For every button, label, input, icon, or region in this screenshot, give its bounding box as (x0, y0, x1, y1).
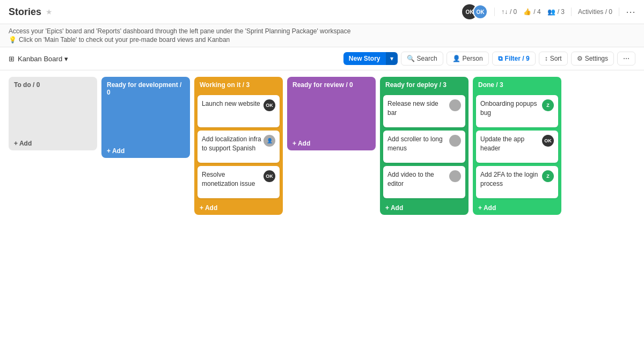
person-icon: 👤 (452, 55, 460, 62)
col-body-todo (9, 93, 97, 136)
col-header-ready: Ready for development / 0 (101, 77, 190, 100)
header-left: Stories ★ (9, 6, 53, 18)
col-header-working: Working on it / 3 (194, 77, 283, 93)
column-todo: To do / 0+ Add (9, 77, 97, 150)
table-row[interactable]: Add scroller to long menus (383, 131, 465, 163)
table-row[interactable]: Update the app headerOK (476, 131, 558, 163)
table-row[interactable]: Add video to the editor (383, 166, 465, 198)
card-title: Update the app header (480, 135, 540, 153)
star-icon[interactable]: ★ (46, 8, 53, 16)
col-header-review: Ready for review / 0 (287, 77, 376, 93)
avatar: OK (542, 135, 554, 147)
table-row[interactable]: Add localization infra to support Spanis… (197, 131, 280, 163)
sort-icon: ↕ (545, 55, 548, 62)
add-card-button-ready[interactable]: + Add (107, 147, 125, 155)
settings-button[interactable]: ⚙ Settings (571, 52, 614, 66)
col-footer-ready: + Add (101, 143, 190, 158)
sprint-stat[interactable]: ↑↓ / 0 (501, 8, 517, 16)
avatar-blue: OK (473, 4, 488, 19)
card-row: Resolve monetization issueOK (202, 170, 275, 189)
kanban-board-label[interactable]: Kanban Board ▾ (18, 55, 68, 63)
avatar: Z (542, 170, 554, 182)
toolbar-more-button[interactable]: ⋯ (617, 52, 635, 66)
table-row[interactable]: Resolve monetization issueOK (197, 166, 280, 198)
person-button[interactable]: 👤 Person (447, 52, 489, 66)
add-card-button-working[interactable]: + Add (200, 204, 217, 212)
table-row[interactable]: Release new side bar (383, 95, 465, 127)
card-row: Add video to the editor (387, 170, 461, 189)
add-card-button-deploy[interactable]: + Add (385, 204, 403, 212)
new-story-button[interactable]: New Story (343, 52, 386, 65)
new-story-group: New Story ▾ (343, 52, 398, 65)
avatar-group: OK OK (462, 4, 488, 19)
avatar (449, 99, 461, 111)
card-row: Release new side bar (387, 99, 461, 118)
page-title: Stories (9, 6, 41, 18)
likes-stat[interactable]: 👍 / 4 (523, 8, 540, 16)
more-icon: ⋯ (623, 55, 630, 62)
card-title: Add scroller to long menus (387, 135, 447, 153)
sprint-icon: ↑↓ (501, 8, 508, 16)
card-title: Launch new website (202, 99, 261, 109)
column-done: Done / 3Onboarding popups bugZUpdate the… (473, 77, 561, 215)
toolbar-left: ⊞ Kanban Board ▾ (9, 55, 68, 63)
col-header-deploy: Ready for deploy / 3 (380, 77, 469, 93)
avatar: OK (264, 170, 275, 182)
search-button[interactable]: 🔍 Search (401, 52, 443, 66)
divider-3 (619, 8, 619, 16)
add-card-button-todo[interactable]: + Add (14, 140, 32, 147)
card-row: Onboarding popups bugZ (480, 99, 554, 118)
info-bar: Access your 'Epics' board and 'Reports' … (0, 24, 644, 47)
add-card-button-review[interactable]: + Add (292, 140, 310, 147)
team-icon: 👥 (547, 8, 555, 16)
col-body-done: Onboarding popups bugZUpdate the app hea… (473, 93, 561, 200)
add-card-button-done[interactable]: + Add (478, 204, 496, 212)
info-hint: 💡 Click on 'Main Table' to check out you… (9, 36, 635, 44)
header: Stories ★ OK OK ↑↓ / 0 👍 / 4 👥 / 3 Activ… (0, 0, 644, 24)
divider-2 (571, 8, 572, 16)
header-more-button[interactable]: ⋯ (626, 6, 635, 18)
team-stat[interactable]: 👥 / 3 (547, 8, 565, 16)
table-row[interactable]: Launch new websiteOK (197, 95, 280, 127)
table-row[interactable]: Add 2FA to the login processZ (476, 166, 558, 198)
divider-1 (494, 8, 495, 16)
card-row: Add localization infra to support Spanis… (202, 135, 275, 153)
filter-button[interactable]: ⧉ Filter / 9 (492, 52, 536, 66)
column-working: Working on it / 3Launch new websiteOKAdd… (194, 77, 283, 215)
col-body-deploy: Release new side barAdd scroller to long… (380, 93, 469, 200)
settings-icon: ⚙ (577, 55, 583, 62)
col-header-done: Done / 3 (473, 77, 561, 93)
avatar (449, 135, 461, 147)
info-line1: Access your 'Epics' board and 'Reports' … (9, 27, 635, 35)
kanban-board: To do / 0+ AddReady for development / 0+… (0, 70, 644, 338)
toolbar: ⊞ Kanban Board ▾ New Story ▾ 🔍 Search 👤 … (0, 47, 644, 70)
col-footer-todo: + Add (9, 136, 97, 150)
kanban-view-icon: ⊞ (9, 55, 14, 63)
avatar (449, 170, 461, 182)
new-story-dropdown-button[interactable]: ▾ (386, 52, 398, 65)
card-title: Add 2FA to the login process (480, 170, 540, 189)
filter-icon: ⧉ (498, 55, 503, 62)
activities-stat[interactable]: Activities / 0 (578, 8, 612, 16)
card-row: Update the app headerOK (480, 135, 554, 153)
column-deploy: Ready for deploy / 3Release new side bar… (380, 77, 469, 215)
header-right: OK OK ↑↓ / 0 👍 / 4 👥 / 3 Activities / 0 … (462, 4, 635, 19)
hint-icon: 💡 (9, 36, 17, 44)
toolbar-right: New Story ▾ 🔍 Search 👤 Person ⧉ Filter /… (343, 52, 635, 66)
search-icon: 🔍 (407, 55, 415, 62)
card-row: Add scroller to long menus (387, 135, 461, 153)
card-title: Add localization infra to support Spanis… (202, 135, 261, 153)
col-body-ready (101, 100, 190, 143)
table-row[interactable]: Onboarding popups bugZ (476, 95, 558, 127)
avatar: OK (264, 99, 275, 111)
column-ready: Ready for development / 0+ Add (101, 77, 190, 158)
card-row: Launch new websiteOK (202, 99, 275, 111)
avatar: Z (542, 99, 554, 111)
col-footer-working: + Add (194, 200, 283, 215)
col-body-working: Launch new websiteOKAdd localization inf… (194, 93, 283, 200)
card-row: Add 2FA to the login processZ (480, 170, 554, 189)
sort-button[interactable]: ↕ Sort (539, 52, 568, 66)
card-title: Resolve monetization issue (202, 170, 261, 189)
col-header-todo: To do / 0 (9, 77, 97, 93)
card-title: Release new side bar (387, 99, 447, 118)
